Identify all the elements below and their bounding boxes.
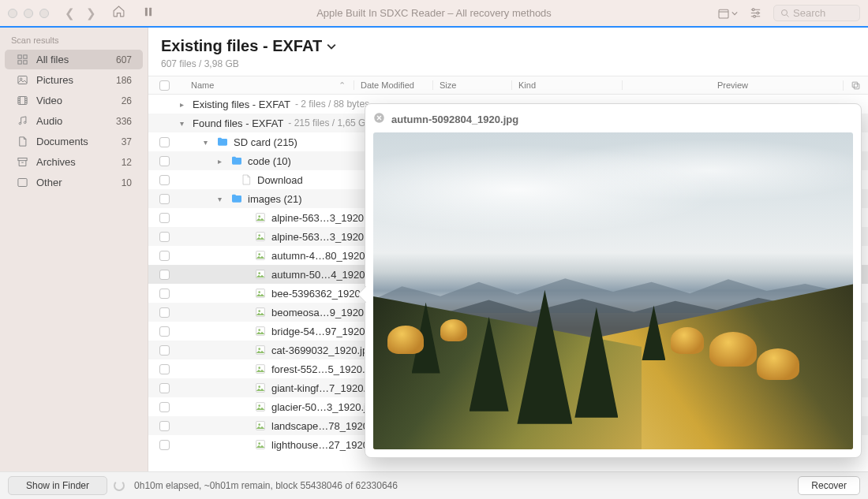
sort-indicator-icon: ⌃ bbox=[339, 80, 346, 91]
svg-point-25 bbox=[258, 253, 260, 255]
back-button[interactable]: ❮ bbox=[65, 6, 75, 20]
grid-icon bbox=[16, 54, 28, 65]
row-checkbox[interactable] bbox=[159, 440, 170, 450]
row-label: Found files - EXFAT bbox=[193, 117, 283, 129]
sidebar-item-pictures[interactable]: Pictures 186 bbox=[5, 70, 143, 90]
sidebar-item-count: 186 bbox=[116, 75, 132, 86]
row-checkbox[interactable] bbox=[159, 270, 170, 280]
column-copy-icon[interactable] bbox=[843, 80, 868, 91]
row-label: Existing files - EXFAT bbox=[193, 99, 290, 110]
svg-point-41 bbox=[258, 404, 260, 407]
svg-rect-9 bbox=[17, 61, 21, 64]
column-kind[interactable]: Kind bbox=[511, 80, 622, 90]
disclosure-icon[interactable]: ▾ bbox=[218, 195, 226, 203]
recover-button[interactable]: Recover bbox=[798, 476, 860, 495]
sidebar-item-audio[interactable]: Audio 336 bbox=[5, 111, 143, 131]
svg-point-5 bbox=[754, 15, 756, 17]
row-checkbox[interactable] bbox=[159, 156, 170, 166]
sidebar-item-label: Video bbox=[36, 95, 62, 106]
row-checkbox[interactable] bbox=[159, 383, 170, 393]
page-subtitle: 607 files / 3,98 GB bbox=[161, 58, 855, 69]
row-label: giant-kingf…7_1920.jpg bbox=[271, 382, 380, 394]
sidebar-item-all-files[interactable]: All files 607 bbox=[5, 50, 143, 69]
svg-point-6 bbox=[782, 9, 788, 15]
svg-point-3 bbox=[752, 9, 754, 11]
svg-point-21 bbox=[258, 215, 260, 218]
sidebar-item-count: 37 bbox=[122, 136, 132, 147]
preview-popover: autumn-5092804_1920.jpg bbox=[365, 103, 862, 458]
svg-point-35 bbox=[258, 348, 260, 350]
search-placeholder: Search bbox=[793, 7, 825, 19]
svg-point-14 bbox=[19, 122, 21, 125]
svg-point-23 bbox=[258, 234, 260, 236]
row-checkbox[interactable] bbox=[159, 326, 170, 337]
row-checkbox[interactable] bbox=[159, 421, 170, 431]
row-checkbox[interactable] bbox=[159, 402, 170, 412]
sidebar-item-other[interactable]: Other 10 bbox=[5, 173, 143, 192]
row-label: images (21) bbox=[248, 193, 302, 205]
sidebar-item-video[interactable]: Video 26 bbox=[5, 91, 143, 110]
picture-icon bbox=[16, 74, 28, 86]
sidebar-section-header: Scan results bbox=[0, 32, 148, 50]
archive-icon bbox=[16, 156, 28, 168]
minimize-window-button[interactable] bbox=[24, 9, 33, 18]
search-field[interactable]: Search bbox=[773, 5, 860, 21]
sidebar-item-label: Documents bbox=[36, 136, 88, 147]
column-headers: Name⌃ Date Modified Size Kind Preview bbox=[148, 76, 868, 95]
svg-rect-0 bbox=[145, 7, 148, 16]
column-size[interactable]: Size bbox=[432, 80, 511, 90]
column-preview[interactable]: Preview bbox=[622, 80, 843, 90]
sidebar-item-label: Pictures bbox=[36, 74, 73, 86]
svg-rect-2 bbox=[719, 9, 728, 18]
svg-point-4 bbox=[757, 12, 759, 14]
filter-icon[interactable] bbox=[749, 6, 762, 20]
row-checkbox[interactable] bbox=[159, 232, 170, 242]
disclosure-icon[interactable]: ▾ bbox=[180, 119, 188, 128]
svg-rect-19 bbox=[852, 82, 858, 88]
close-window-button[interactable] bbox=[8, 9, 17, 18]
svg-point-27 bbox=[258, 272, 260, 274]
row-checkbox[interactable] bbox=[159, 175, 170, 185]
svg-rect-8 bbox=[23, 55, 26, 58]
close-preview-icon[interactable] bbox=[373, 112, 385, 126]
sidebar-item-archives[interactable]: Archives 12 bbox=[5, 152, 143, 172]
row-checkbox[interactable] bbox=[159, 307, 170, 318]
document-icon bbox=[16, 136, 28, 147]
row-checkbox[interactable] bbox=[159, 194, 170, 204]
disclosure-icon[interactable]: ▾ bbox=[204, 138, 211, 147]
title-bar: ❮ ❯ Apple Built In SDXC Reader – All rec… bbox=[0, 0, 868, 28]
sidebar: Scan results All files 607 Pictures 186 … bbox=[0, 28, 148, 471]
svg-rect-7 bbox=[17, 55, 21, 58]
pause-icon[interactable] bbox=[143, 6, 154, 20]
row-checkbox[interactable] bbox=[159, 251, 170, 261]
row-label: glacier-50…3_1920.jpg bbox=[271, 401, 377, 413]
preview-image bbox=[373, 132, 853, 449]
row-checkbox[interactable] bbox=[159, 137, 170, 147]
status-bar: Show in Finder 0h10m elapsed, ~0h01m rem… bbox=[0, 471, 868, 499]
row-checkbox[interactable] bbox=[159, 213, 170, 223]
sidebar-item-count: 26 bbox=[122, 95, 132, 106]
sidebar-item-documents[interactable]: Documents 37 bbox=[5, 132, 143, 151]
svg-point-37 bbox=[258, 367, 260, 369]
svg-point-45 bbox=[258, 442, 260, 445]
row-meta: - 2 files / 88 bytes bbox=[295, 99, 369, 110]
column-name[interactable]: Name⌃ bbox=[180, 80, 354, 91]
row-checkbox[interactable] bbox=[159, 345, 170, 356]
page-title[interactable]: Existing files - EXFAT bbox=[161, 37, 855, 55]
show-in-finder-button[interactable]: Show in Finder bbox=[8, 476, 107, 495]
row-label: forest-552…5_1920.jpg bbox=[271, 363, 379, 375]
row-checkbox[interactable] bbox=[159, 289, 170, 299]
home-icon[interactable] bbox=[112, 5, 125, 21]
select-all-checkbox[interactable] bbox=[159, 80, 170, 91]
column-modified[interactable]: Date Modified bbox=[354, 80, 432, 90]
row-meta: - 215 files / 1,65 GB bbox=[288, 117, 372, 128]
svg-point-31 bbox=[258, 310, 260, 312]
disclosure-icon[interactable]: ▸ bbox=[180, 100, 188, 109]
audio-icon bbox=[16, 115, 28, 127]
view-options-button[interactable] bbox=[717, 7, 738, 20]
row-checkbox[interactable] bbox=[159, 364, 170, 374]
disclosure-icon[interactable]: ▸ bbox=[218, 157, 226, 166]
zoom-window-button[interactable] bbox=[39, 9, 49, 18]
svg-rect-10 bbox=[23, 61, 26, 64]
forward-button[interactable]: ❯ bbox=[86, 6, 96, 20]
